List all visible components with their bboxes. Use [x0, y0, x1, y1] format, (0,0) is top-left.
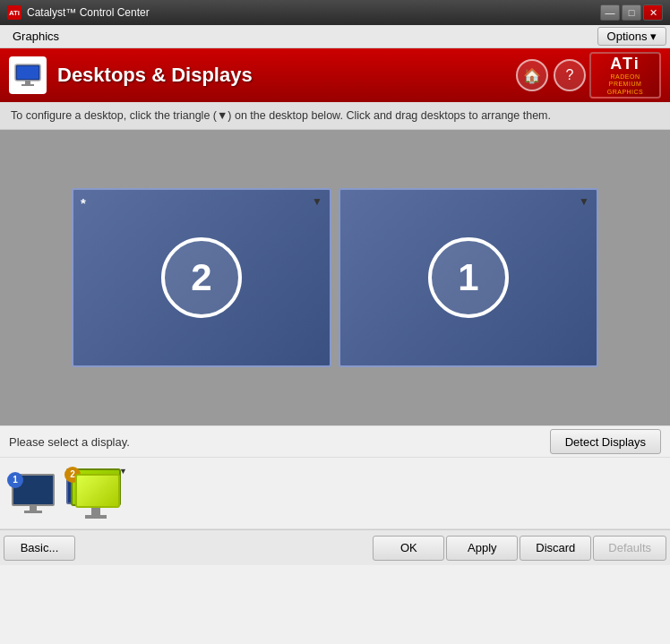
svg-rect-2 — [25, 81, 30, 84]
display-card-2[interactable]: * ▼ 2 — [72, 188, 331, 367]
header-banner: Desktops & Displays 🏠 ? ATi RADEONPREMIU… — [0, 48, 670, 102]
monitor-stand-2 — [91, 508, 100, 515]
ati-logo: ATi RADEONPREMIUMGRAPHICS — [589, 52, 661, 99]
help-button[interactable]: ? — [554, 59, 586, 91]
maximize-button[interactable]: □ — [622, 4, 641, 21]
page-title: Desktops & Displays — [57, 64, 516, 87]
app-icon: ATi — [7, 5, 21, 20]
display-asterisk: * — [81, 195, 86, 210]
header-action-buttons: 🏠 ? — [516, 59, 586, 91]
monitor-base-1 — [24, 511, 42, 513]
instruction-text: To configure a desktop, click the triang… — [11, 109, 551, 122]
defaults-button[interactable]: Defaults — [593, 536, 666, 561]
title-bar: ATi Catalyst™ Control Center — □ ✕ — [0, 0, 670, 25]
svg-rect-3 — [21, 84, 34, 86]
window-title: Catalyst™ Control Center — [27, 6, 600, 19]
status-text: Please select a display. — [9, 435, 550, 449]
display-card-1[interactable]: ▼ 1 — [339, 188, 598, 367]
display-canvas: * ▼ 2 ▼ 1 — [0, 130, 670, 425]
display-1-number: 1 — [428, 237, 509, 318]
title-buttons: — □ ✕ — [600, 4, 663, 21]
instruction-bar: To configure a desktop, click the triang… — [0, 102, 670, 130]
status-bar: Please select a display. Detect Displays — [0, 425, 670, 458]
basic-button[interactable]: Basic... — [4, 536, 75, 561]
monitor-overlay — [75, 474, 120, 508]
bottom-bar: Basic... OK Apply Discard Defaults — [0, 529, 670, 565]
ok-button[interactable]: OK — [373, 536, 444, 561]
header-icon — [9, 56, 47, 94]
thumb-badge-1: 1 — [7, 472, 23, 488]
discard-button[interactable]: Discard — [520, 536, 591, 561]
thumbnail-display-1[interactable]: 1 ▼ — [9, 474, 57, 513]
options-button[interactable]: Options ▾ — [597, 27, 666, 46]
ati-brand-text: ATi — [610, 55, 640, 73]
monitor-icon-2 — [66, 468, 125, 519]
display-2-dropdown-arrow[interactable]: ▼ — [312, 195, 322, 208]
apply-button[interactable]: Apply — [446, 536, 518, 561]
display-1-dropdown-arrow[interactable]: ▼ — [579, 195, 589, 208]
detect-displays-button[interactable]: Detect Displays — [550, 429, 661, 454]
thumbnails-area: 1 ▼ 2 ▼ — [0, 458, 670, 529]
home-button[interactable]: 🏠 — [516, 59, 548, 91]
monitor-base-2 — [85, 515, 107, 519]
menu-bar: Graphics Options ▾ — [0, 25, 670, 48]
ati-brand-sub: RADEONPREMIUMGRAPHICS — [607, 73, 644, 96]
display-2-number: 2 — [161, 237, 242, 318]
close-button[interactable]: ✕ — [643, 4, 663, 21]
thumbnail-display-2[interactable]: 2 ▼ — [66, 468, 125, 519]
graphics-menu[interactable]: Graphics — [4, 27, 68, 46]
svg-rect-1 — [17, 66, 39, 79]
minimize-button[interactable]: — — [600, 4, 620, 21]
